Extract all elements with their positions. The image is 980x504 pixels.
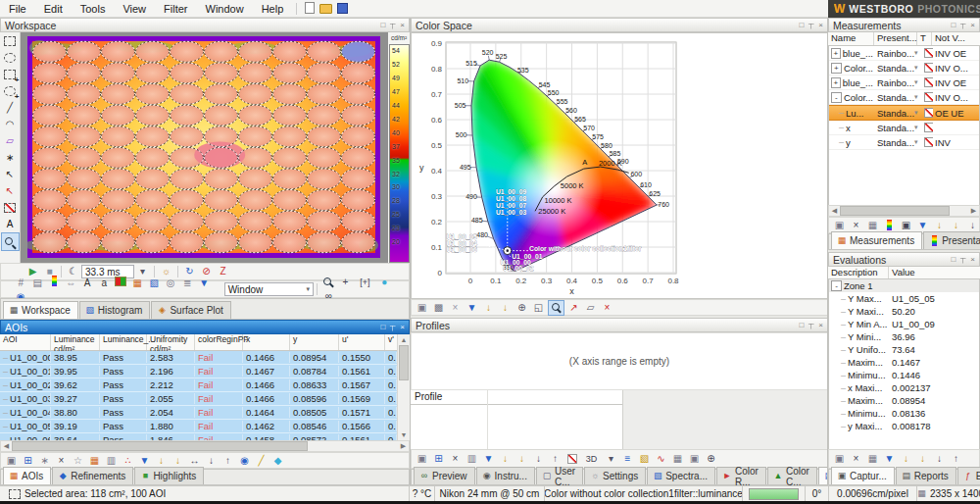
tab-preview[interactable]: ∞Preview	[414, 467, 475, 484]
text-tool-icon[interactable]: A	[2, 216, 19, 232]
pin-icon[interactable]: ⊥	[808, 322, 814, 329]
threshold-disabled-icon[interactable]	[921, 76, 933, 89]
export-image-icon[interactable]: ▣	[4, 454, 19, 468]
marquee-rect-add-icon[interactable]	[2, 66, 19, 82]
export-all-icon[interactable]: ↓	[171, 454, 185, 468]
close-icon[interactable]: ×	[400, 324, 405, 331]
pin-icon[interactable]: ▼	[465, 301, 479, 315]
measurement-row[interactable]: +Color...Standa...▾INV O...	[829, 61, 979, 76]
float-icon[interactable]: □	[800, 322, 805, 329]
tab-workspace[interactable]: ▦Workspace	[3, 301, 78, 319]
delete-icon[interactable]: ×	[448, 301, 463, 315]
aoi-grid-icon[interactable]: ▦	[130, 277, 145, 290]
globe-icon[interactable]: ◉	[237, 454, 252, 468]
table-row[interactable]: –U1_00_0139.95Pass2.196Fail0.14670.08784…	[0, 365, 397, 378]
settings-grid-icon[interactable]: ▩	[431, 301, 446, 315]
close-icon[interactable]: ×	[970, 22, 975, 29]
layers-icon[interactable]: ≣	[180, 277, 195, 290]
tree-expander-icon[interactable]: -	[831, 280, 842, 291]
float-icon[interactable]: □	[952, 22, 956, 29]
threshold-disabled-icon[interactable]	[921, 135, 933, 149]
close-icon[interactable]: ×	[970, 256, 975, 264]
tab-color-r-[interactable]: ►Color R...	[716, 467, 766, 484]
col-header-not-visible[interactable]: Not V...	[932, 32, 978, 45]
table-row[interactable]: –U1_00_0038.95Pass2.583Fail0.14660.08954…	[0, 351, 397, 365]
tab-measurements[interactable]: ▦Measurements	[831, 231, 922, 249]
move-down-icon[interactable]: ↓	[932, 452, 947, 466]
evaluation-row[interactable]: –y Maxi...0.008178	[829, 420, 979, 432]
lines-icon[interactable]: ≡	[620, 452, 635, 466]
point-select-icon[interactable]: ↗	[566, 301, 581, 315]
delete-icon[interactable]: ×	[849, 452, 863, 466]
table-row[interactable]: –U1_00_0239.62Pass2.212Fail0.14660.08633…	[0, 378, 397, 392]
pin-icon[interactable]: ▼	[915, 219, 930, 232]
measurement-row[interactable]: +blue_...Rainbo...▾INV OE	[829, 76, 979, 90]
grid-icon[interactable]: ▦	[865, 452, 880, 466]
move-up-icon[interactable]: ↑	[949, 452, 963, 466]
evaluation-row[interactable]: –Maxim...0.1467	[829, 356, 979, 369]
pin-icon[interactable]: ⊥	[389, 22, 396, 29]
measurement-row[interactable]: -Color...Standa...▾INV O...	[829, 90, 979, 105]
diamond-icon[interactable]: ◆	[270, 454, 285, 468]
threshold-disabled-icon[interactable]	[921, 46, 933, 60]
measurement-row[interactable]: +blue_...Rainbo...▾INV OE	[829, 46, 979, 61]
zigzag-icon[interactable]: ∿	[654, 452, 668, 466]
evaluation-row[interactable]: –x Maxi...0.002137	[829, 381, 979, 394]
export-icon[interactable]: ↓	[154, 454, 169, 468]
export-all-icon[interactable]: ↓	[949, 219, 963, 232]
window-icon[interactable]: ▣	[687, 452, 702, 466]
grid-icon[interactable]: ▥	[104, 454, 119, 468]
export-icon[interactable]: ↓	[481, 301, 496, 315]
move-up-icon[interactable]: ↑	[220, 454, 235, 468]
tab-surface-plot[interactable]: ◈Surface Plot	[151, 301, 230, 319]
edit-icon[interactable]: ╱	[254, 454, 269, 468]
threshold-disabled-icon[interactable]	[921, 121, 933, 134]
zoom-tool-icon[interactable]	[548, 300, 564, 316]
tab-highlights[interactable]: ■Highlights	[134, 467, 204, 484]
warp-tool-icon[interactable]: ↖	[2, 182, 19, 199]
pin-icon[interactable]: ▼	[882, 452, 897, 466]
aoi-col-header[interactable]: Unifromitycd/m²	[147, 334, 195, 350]
chart-icon[interactable]: ▧	[637, 452, 652, 466]
marquee-rect-icon[interactable]	[2, 32, 19, 49]
float-icon[interactable]: □	[952, 256, 956, 264]
aoi-col-header[interactable]: u'	[339, 334, 385, 350]
camera-icon[interactable]: ▣	[899, 219, 913, 232]
aoi-col-header[interactable]: y	[290, 334, 339, 350]
no-selection-icon[interactable]	[2, 199, 19, 216]
paste-icon[interactable]: ▣	[832, 219, 847, 232]
export-image-icon[interactable]: ▣	[415, 452, 429, 466]
measurement-row[interactable]: –Lu...Standa...▾OE UE	[829, 105, 979, 121]
label-small-icon[interactable]: a	[97, 277, 112, 290]
save-icon[interactable]	[335, 2, 350, 16]
threshold-disabled-icon[interactable]	[921, 106, 933, 120]
window-mode-dropdown[interactable]: Window▾	[224, 282, 314, 296]
tab-aois[interactable]: ▦AOIs	[3, 467, 51, 484]
luminance-false-color-image[interactable]	[27, 36, 380, 258]
move-up-icon[interactable]: ↑	[548, 452, 563, 466]
refine-icon[interactable]: ☆	[71, 454, 85, 468]
move-down-icon[interactable]: ↓	[531, 452, 546, 466]
menu-edit[interactable]: Edit	[35, 3, 72, 15]
pin-icon[interactable]: ▼	[137, 454, 152, 468]
measurement-row[interactable]: –yStanda...▾INV	[829, 135, 979, 150]
aois-vertical-scrollbar[interactable]: ▲ ▼	[397, 334, 410, 440]
threshold-disabled-icon[interactable]	[921, 61, 933, 75]
dot-icon[interactable]: ●	[377, 276, 392, 289]
compare-icon[interactable]: ⇔	[64, 277, 78, 290]
delete-icon[interactable]: ×	[54, 454, 69, 468]
evaluation-group-row[interactable]: -Zone 1	[829, 279, 979, 292]
close-icon[interactable]: ×	[400, 22, 405, 29]
aoi-col-header[interactable]: Luminance_...	[100, 334, 147, 350]
falsecolor-icon[interactable]	[114, 275, 128, 288]
pin-icon[interactable]: ⊥	[808, 22, 814, 29]
table-row[interactable]: –U1_00_0639.64Pass1.846Fail0.14580.08572…	[0, 433, 397, 440]
center-icon[interactable]: ⊕	[514, 301, 529, 315]
delete-selection-icon[interactable]: ×	[600, 301, 614, 315]
copy-icon[interactable]: ◎	[164, 277, 178, 290]
evaluation-row[interactable]: –Minimu...0.08136	[829, 407, 979, 420]
aois-horizontal-scrollbar[interactable]: ◀▶	[0, 440, 410, 452]
chart-overlay-icon[interactable]: ▧	[147, 277, 162, 290]
workspace-canvas[interactable]	[21, 32, 388, 263]
zoom-region-icon[interactable]	[321, 276, 336, 289]
